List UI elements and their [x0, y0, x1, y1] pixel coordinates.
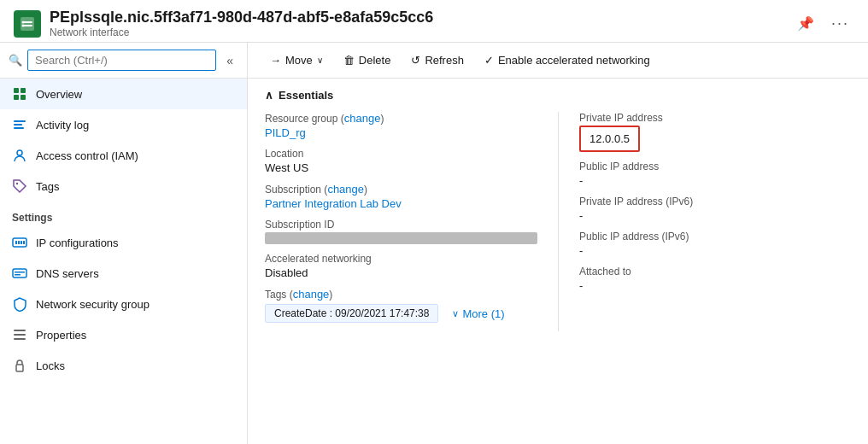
- subscription-id-value: f6a3f34d-987f-4818-8400-6f7d450f792e: [265, 232, 537, 244]
- resource-group-change-link[interactable]: change: [344, 112, 381, 125]
- subscription-id-label: Subscription ID: [265, 219, 537, 231]
- activity-log-icon: [12, 117, 27, 132]
- svg-rect-16: [18, 241, 20, 244]
- sidebar-item-ip-configurations[interactable]: IP configurations: [0, 227, 247, 258]
- sidebar-item-nsg-label: Network security group: [36, 298, 150, 311]
- tags-change-link[interactable]: change: [293, 288, 330, 301]
- public-ip-v6-value: -: [579, 244, 851, 257]
- essentials-label: Essentials: [279, 89, 333, 102]
- svg-rect-11: [14, 127, 24, 129]
- properties-icon: [12, 327, 27, 342]
- private-ip-v6-label: Private IP address (IPv6): [579, 196, 851, 207]
- tags-container: CreateDate : 09/20/2021 17:47:38 ∨ More …: [265, 304, 537, 323]
- essentials-grid: Resource group (change) PILD_rg Location…: [265, 112, 851, 331]
- attached-to-label: Attached to: [579, 266, 851, 278]
- field-private-ip-v6: Private IP address (IPv6) -: [579, 196, 851, 222]
- svg-rect-6: [21, 88, 26, 93]
- svg-rect-24: [14, 338, 26, 340]
- svg-rect-21: [15, 274, 21, 276]
- svg-rect-9: [14, 120, 26, 122]
- subscription-change-link[interactable]: change: [327, 183, 364, 196]
- content-area: → Move ∨ 🗑 Delete ↺ Refresh ✓ Enable acc…: [248, 43, 868, 444]
- sidebar-item-tags-label: Tags: [36, 180, 59, 193]
- main-layout: 🔍 « Overview Activity log Access control…: [0, 43, 868, 444]
- resource-icon: [14, 10, 41, 38]
- access-control-icon: [12, 148, 27, 163]
- svg-rect-8: [21, 95, 26, 100]
- page-subtitle: Network interface: [50, 26, 792, 38]
- toolbar: → Move ∨ 🗑 Delete ↺ Refresh ✓ Enable acc…: [248, 43, 868, 79]
- field-attached-to: Attached to -: [579, 266, 851, 292]
- search-icon: 🔍: [9, 54, 22, 67]
- sidebar-item-network-security-group[interactable]: Network security group: [0, 289, 247, 319]
- sidebar-item-dns-servers-label: DNS servers: [36, 267, 99, 280]
- subscription-label: Subscription (change): [265, 183, 537, 196]
- location-label: Location: [265, 148, 537, 160]
- enable-networking-button[interactable]: ✓ Enable accelerated networking: [476, 50, 659, 71]
- svg-rect-17: [21, 241, 22, 244]
- search-bar: 🔍 «: [0, 43, 247, 79]
- sidebar-item-locks[interactable]: Locks: [0, 350, 247, 381]
- sidebar-item-tags[interactable]: Tags: [0, 171, 247, 202]
- svg-rect-19: [13, 269, 26, 278]
- svg-point-4: [22, 24, 25, 26]
- tag-chip: CreateDate : 09/20/2021 17:47:38: [265, 304, 438, 323]
- field-tags: Tags (change) CreateDate : 09/20/2021 17…: [265, 288, 537, 323]
- overview-icon: [12, 86, 27, 102]
- svg-rect-10: [14, 124, 22, 126]
- sidebar-item-locks-label: Locks: [36, 359, 65, 372]
- public-ip-v6-label: Public IP address (IPv6): [579, 231, 851, 242]
- move-chevron-icon: ∨: [317, 56, 323, 65]
- settings-section-label: Settings: [0, 202, 247, 227]
- accelerated-networking-value: Disabled: [265, 266, 537, 279]
- delete-icon: 🗑: [343, 54, 355, 67]
- title-block: PEplssqle.nic.5ff3af71-980d-487d-abf5-e8…: [50, 9, 792, 38]
- sidebar-item-overview-label: Overview: [36, 88, 82, 101]
- chevron-down-icon: ∨: [452, 308, 459, 319]
- field-private-ip: Private IP address 12.0.0.5: [579, 112, 851, 152]
- pin-button[interactable]: 📌: [792, 14, 819, 33]
- move-button[interactable]: → Move ∨: [261, 50, 331, 71]
- sidebar-item-activity-log[interactable]: Activity log: [0, 109, 247, 140]
- sidebar-item-activity-log-label: Activity log: [36, 119, 89, 131]
- essentials-left-col: Resource group (change) PILD_rg Location…: [265, 112, 558, 331]
- public-ip-value: -: [579, 174, 851, 187]
- svg-rect-7: [14, 95, 19, 100]
- sidebar-item-access-control[interactable]: Access control (IAM): [0, 140, 247, 171]
- move-icon: →: [270, 54, 281, 67]
- private-ip-v6-value: -: [579, 209, 851, 222]
- essentials-right-col: Private IP address 12.0.0.5 Public IP ad…: [558, 112, 851, 331]
- svg-rect-20: [15, 272, 25, 273]
- public-ip-label: Public IP address: [579, 161, 851, 172]
- ip-config-icon: [12, 235, 27, 250]
- field-resource-group: Resource group (change) PILD_rg: [265, 112, 537, 139]
- svg-point-13: [16, 183, 18, 184]
- svg-rect-15: [15, 241, 17, 244]
- sidebar-item-dns-servers[interactable]: DNS servers: [0, 258, 247, 289]
- sidebar-item-properties[interactable]: Properties: [0, 319, 247, 350]
- refresh-button[interactable]: ↺ Refresh: [402, 50, 472, 71]
- resource-group-value[interactable]: PILD_rg: [265, 126, 537, 139]
- page-title: PEplssqle.nic.5ff3af71-980d-487d-abf5-e8…: [50, 9, 792, 26]
- tags-label: Tags (change): [265, 288, 537, 301]
- subscription-value[interactable]: Partner Integration Lab Dev: [265, 197, 537, 210]
- svg-rect-23: [14, 334, 26, 336]
- svg-rect-25: [16, 365, 23, 371]
- more-tags-link[interactable]: ∨ More (1): [452, 307, 504, 320]
- sidebar-item-overview[interactable]: Overview: [0, 79, 247, 109]
- field-location: Location West US: [265, 148, 537, 174]
- tags-icon: [12, 178, 27, 194]
- private-ip-label: Private IP address: [579, 112, 851, 124]
- search-input[interactable]: [27, 50, 216, 71]
- field-accelerated-networking: Accelerated networking Disabled: [265, 253, 537, 279]
- sidebar: 🔍 « Overview Activity log Access control…: [0, 43, 248, 444]
- sidebar-item-access-control-label: Access control (IAM): [36, 149, 138, 162]
- private-ip-highlight: 12.0.0.5: [579, 126, 640, 152]
- dns-icon: [12, 266, 27, 281]
- collapse-button[interactable]: «: [221, 52, 238, 69]
- more-options-button[interactable]: ···: [826, 13, 854, 34]
- location-value: West US: [265, 161, 537, 174]
- svg-point-12: [17, 150, 22, 155]
- delete-button[interactable]: 🗑 Delete: [335, 50, 400, 71]
- svg-rect-22: [14, 330, 26, 331]
